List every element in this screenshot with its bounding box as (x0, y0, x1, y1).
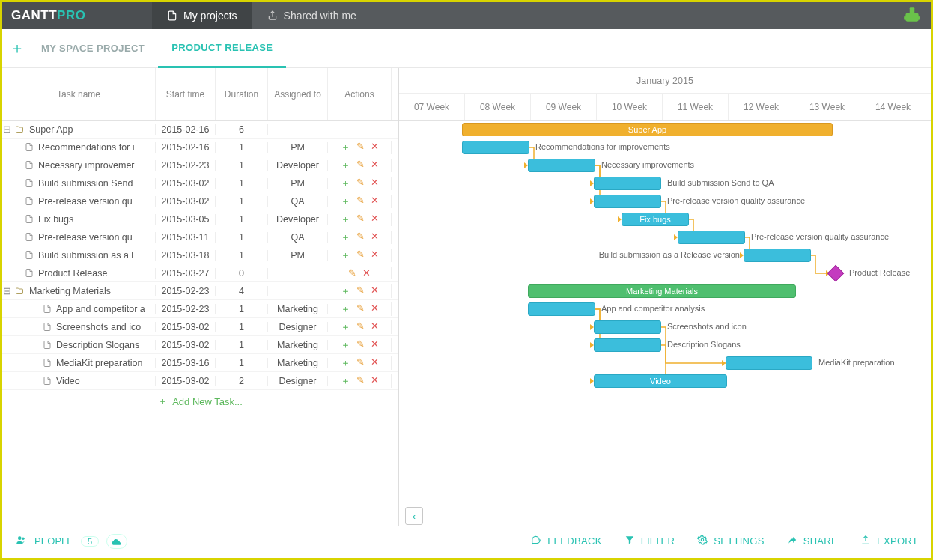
bar-label: Build submission Send to QA (667, 178, 774, 187)
task-row[interactable]: Build submission as a l2015-03-181PM＋✎✕ (2, 246, 398, 264)
add-subtask-button[interactable]: ＋ (341, 177, 350, 190)
add-subtask-button[interactable]: ＋ (341, 284, 350, 298)
cell-start: 2015-03-18 (156, 250, 216, 261)
chart-row: Product Release (399, 264, 931, 282)
delete-task-button[interactable]: ✕ (371, 159, 379, 172)
milestone-diamond[interactable] (827, 265, 845, 282)
cell-dur: 0 (216, 268, 268, 279)
cell-start: 2015-02-23 (156, 304, 216, 314)
gantt-bar[interactable]: Super App (462, 123, 833, 136)
gantt-bar[interactable] (744, 249, 811, 262)
gantt-bar[interactable] (528, 302, 595, 316)
add-subtask-button[interactable]: ＋ (341, 356, 350, 370)
edit-task-button[interactable]: ✎ (356, 249, 365, 262)
task-row[interactable]: Pre-release version qu2015-03-111QA＋✎✕ (2, 228, 398, 246)
delete-task-button[interactable]: ✕ (371, 141, 379, 154)
expand-icon[interactable]: ⊟ (2, 124, 11, 135)
add-subtask-button[interactable]: ＋ (341, 195, 350, 208)
edit-task-button[interactable]: ✎ (356, 159, 365, 172)
delete-task-button[interactable]: ✕ (371, 284, 379, 298)
edit-task-button[interactable]: ✎ (356, 195, 365, 208)
task-row[interactable]: Screenshots and ico2015-03-021Designer＋✎… (2, 318, 398, 336)
delete-task-button[interactable]: ✕ (371, 320, 379, 334)
gantt-bar[interactable]: Video (594, 374, 727, 388)
feedback-button[interactable]: FEEDBACK (531, 535, 601, 547)
app-icon[interactable] (902, 5, 922, 27)
cell-asg: Designer (268, 376, 328, 386)
task-row[interactable]: Pre-release version qu2015-03-021QA＋✎✕ (2, 192, 398, 210)
export-button[interactable]: EXPORT (860, 535, 918, 547)
chart-row: Fix bugs (399, 210, 931, 228)
gantt-bar[interactable]: Marketing Materials (528, 284, 796, 298)
add-project-button[interactable]: ＋ (7, 38, 28, 59)
cell-asg: PM (268, 142, 328, 153)
task-row[interactable]: Necessary improvemer2015-02-231Developer… (2, 156, 398, 174)
task-row[interactable]: Fix bugs2015-03-051Developer＋✎✕ (2, 210, 398, 228)
cloud-sync-button[interactable] (106, 534, 127, 549)
delete-task-button[interactable]: ✕ (371, 338, 379, 352)
share-button[interactable]: SHARE (787, 535, 838, 547)
add-subtask-button[interactable]: ＋ (341, 374, 350, 388)
edit-task-button[interactable]: ✎ (356, 320, 365, 334)
edit-task-button[interactable]: ✎ (356, 213, 365, 226)
nav-my-projects[interactable]: My projects (152, 2, 252, 29)
delete-task-button[interactable]: ✕ (371, 213, 379, 226)
scroll-left-button[interactable]: ‹ (405, 507, 423, 525)
nav-shared[interactable]: Shared with me (252, 2, 371, 29)
task-row[interactable]: App and competitor a2015-02-231Marketing… (2, 300, 398, 318)
task-row[interactable]: ⊟Marketing Materials2015-02-234＋✎✕ (2, 282, 398, 300)
task-row[interactable]: Build submission Send2015-03-021PM＋✎✕ (2, 174, 398, 192)
delete-task-button[interactable]: ✕ (362, 267, 371, 279)
add-subtask-button[interactable]: ＋ (341, 302, 350, 316)
add-subtask-button[interactable]: ＋ (341, 231, 350, 244)
settings-button[interactable]: SETTINGS (697, 535, 764, 547)
gantt-bar[interactable] (462, 141, 529, 154)
delete-task-button[interactable]: ✕ (371, 231, 379, 244)
edit-task-button[interactable]: ✎ (356, 302, 365, 316)
svg-rect-1 (905, 13, 918, 21)
delete-task-button[interactable]: ✕ (371, 374, 379, 388)
col-task-name: Task name (2, 68, 156, 120)
delete-task-button[interactable]: ✕ (371, 177, 379, 190)
delete-task-button[interactable]: ✕ (371, 356, 379, 370)
edit-task-button[interactable]: ✎ (356, 177, 365, 190)
gantt-bar[interactable] (594, 320, 661, 334)
add-subtask-button[interactable]: ＋ (341, 213, 350, 226)
filter-button[interactable]: FILTER (624, 535, 675, 547)
delete-task-button[interactable]: ✕ (371, 302, 379, 316)
chart-row: Super App (399, 121, 931, 139)
task-row[interactable]: MediaKit preparation2015-03-161Marketing… (2, 354, 398, 372)
people-label[interactable]: PEOPLE (34, 535, 73, 547)
gantt-bar[interactable] (594, 338, 661, 352)
gantt-bar[interactable] (594, 177, 661, 190)
task-row[interactable]: Video2015-03-022Designer＋✎✕ (2, 372, 398, 390)
edit-task-button[interactable]: ✎ (356, 231, 365, 244)
edit-task-button[interactable]: ✎ (356, 284, 365, 298)
gantt-bar[interactable] (726, 356, 812, 370)
delete-task-button[interactable]: ✕ (371, 249, 379, 262)
edit-task-button[interactable]: ✎ (356, 141, 365, 154)
chart-body[interactable]: Super AppRecommendations for improvement… (399, 121, 931, 390)
task-row[interactable]: ⊟Super App2015-02-166 (2, 121, 398, 139)
edit-task-button[interactable]: ✎ (356, 338, 365, 352)
task-row[interactable]: Description Slogans2015-03-021Marketing＋… (2, 336, 398, 354)
gantt-bar[interactable] (678, 231, 745, 244)
task-row[interactable]: Product Release2015-03-270✎✕ (2, 264, 398, 282)
add-new-task[interactable]: ＋ Add New Task... (2, 390, 398, 413)
gantt-bar[interactable] (594, 195, 661, 208)
edit-task-button[interactable]: ✎ (348, 267, 356, 279)
edit-task-button[interactable]: ✎ (356, 374, 365, 388)
expand-icon[interactable]: ⊟ (2, 285, 11, 296)
add-subtask-button[interactable]: ＋ (341, 141, 350, 154)
delete-task-button[interactable]: ✕ (371, 195, 379, 208)
gantt-bar[interactable] (528, 159, 595, 172)
task-row[interactable]: Recommendations for i2015-02-161PM＋✎✕ (2, 139, 398, 156)
add-subtask-button[interactable]: ＋ (341, 338, 350, 352)
tab-my-space[interactable]: MY SPACE PROJECT (28, 29, 158, 68)
tab-product-release[interactable]: PRODUCT RELEASE (158, 29, 286, 68)
add-subtask-button[interactable]: ＋ (341, 320, 350, 334)
add-subtask-button[interactable]: ＋ (341, 249, 350, 262)
gantt-bar[interactable]: Fix bugs (622, 213, 689, 226)
edit-task-button[interactable]: ✎ (356, 356, 365, 370)
add-subtask-button[interactable]: ＋ (341, 159, 350, 172)
